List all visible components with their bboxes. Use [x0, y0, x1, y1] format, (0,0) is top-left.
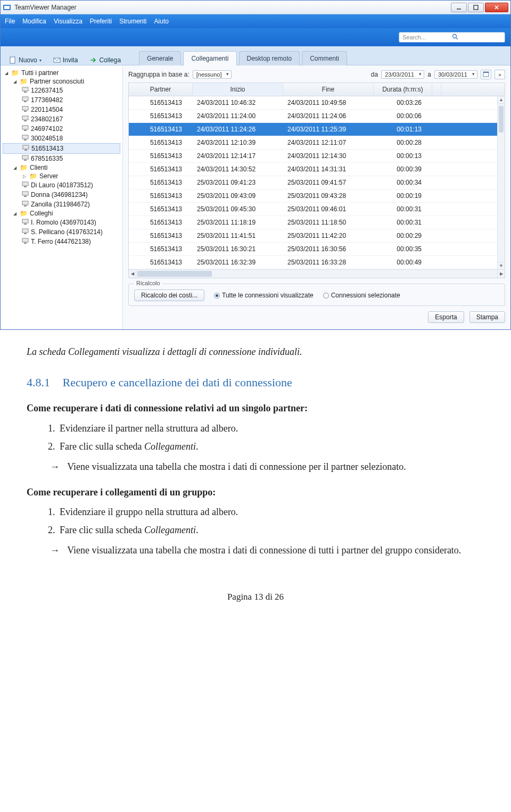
- cell-partner: 516513413: [129, 150, 193, 162]
- tree-group-unknown[interactable]: ◢ 📁 Partner sconosciuti: [3, 77, 120, 86]
- menu-strumenti[interactable]: Strumenti: [119, 18, 146, 25]
- tree-leaf[interactable]: Di Lauro (401873512): [3, 180, 120, 190]
- recalc-costs-button[interactable]: Ricalcolo dei costi...: [134, 289, 204, 301]
- table-row[interactable]: 51651341325/03/2011 16:32:3925/03/2011 1…: [129, 256, 505, 269]
- esporta-button[interactable]: Esporta: [428, 311, 464, 323]
- col-durata[interactable]: Durata (h:m:s): [374, 83, 432, 96]
- tree-leaf[interactable]: 122637415: [3, 86, 120, 95]
- tab-collegamenti[interactable]: Collegamenti: [183, 51, 236, 65]
- cell-inizio: 25/03/2011 09:43:09: [193, 189, 283, 202]
- cell-inizio: 24/03/2011 14:30:52: [193, 163, 283, 176]
- scroll-down-icon[interactable]: ▼: [498, 262, 505, 269]
- tree-leaf[interactable]: S. Pellicano (419763214): [3, 227, 120, 237]
- hscroll-thumb[interactable]: [137, 271, 212, 277]
- col-partner[interactable]: Partner: [129, 83, 193, 96]
- tree-root-all-partners[interactable]: ◢ 📁 Tutti i partner: [3, 69, 120, 77]
- ribbon: Nuovo ▾ Invita Collega Generale Collegam…: [1, 46, 510, 65]
- collapse-icon[interactable]: ◢: [12, 165, 18, 170]
- svg-rect-16: [22, 126, 28, 129]
- stampa-button[interactable]: Stampa: [469, 311, 505, 323]
- table-row[interactable]: 51651341324/03/2011 12:14:1724/03/2011 1…: [129, 150, 505, 163]
- expand-icon[interactable]: ▷: [22, 173, 27, 179]
- tree-leaf[interactable]: 234802167: [3, 114, 120, 124]
- to-date-picker[interactable]: 30/03/2011: [434, 70, 477, 79]
- document-icon: [9, 56, 17, 64]
- horizontal-scrollbar[interactable]: ◀ ▶: [129, 269, 505, 278]
- menu-visualizza[interactable]: Visualizza: [54, 18, 83, 25]
- table-row[interactable]: 51651341324/03/2011 10:46:3224/03/2011 1…: [129, 96, 505, 110]
- menu-modifica[interactable]: Modifica: [22, 18, 46, 25]
- vertical-scrollbar[interactable]: ▲ ▼: [497, 96, 505, 269]
- table-row[interactable]: 51651341324/03/2011 12:10:3924/03/2011 1…: [129, 136, 505, 150]
- scroll-thumb[interactable]: [499, 106, 504, 132]
- collapse-icon[interactable]: ◢: [12, 211, 18, 216]
- scroll-right-icon[interactable]: ▶: [497, 270, 505, 278]
- tree-leaf[interactable]: 516513413: [3, 143, 120, 154]
- tree-leaf[interactable]: 246974102: [3, 124, 120, 134]
- collapse-icon[interactable]: ◢: [4, 70, 9, 76]
- radio-selected-connections[interactable]: Connessioni selezionate: [323, 292, 400, 299]
- from-date-picker[interactable]: 23/03/2011: [381, 70, 424, 79]
- tree-leaf[interactable]: T. Ferro (444762138): [3, 237, 120, 246]
- tree-group-colleghi[interactable]: ◢ 📁 Colleghi: [3, 209, 120, 218]
- close-button[interactable]: [485, 3, 508, 12]
- cell-durata: 00:03:26: [374, 96, 432, 109]
- radio-all-connections[interactable]: Tutte le connessioni visualizzate: [214, 292, 314, 299]
- minimize-button[interactable]: [451, 3, 467, 12]
- tab-desktop-remoto[interactable]: Desktop remoto: [239, 51, 300, 65]
- svg-rect-28: [22, 201, 28, 205]
- tree-leaf[interactable]: 220114504: [3, 105, 120, 114]
- group-by-combo[interactable]: [nessuno]: [193, 70, 232, 79]
- tab-generale[interactable]: Generale: [139, 51, 181, 65]
- app-icon: [3, 3, 11, 12]
- cell-durata: 00:00:31: [374, 203, 432, 216]
- cell-inizio: 25/03/2011 16:32:39: [193, 256, 283, 269]
- menu-aiuto[interactable]: Aiuto: [154, 18, 169, 25]
- svg-rect-19: [24, 139, 27, 140]
- tree-group-clienti[interactable]: ◢ 📁 Clienti: [3, 163, 120, 172]
- calendar-button[interactable]: [481, 70, 491, 79]
- col-fine[interactable]: Fine: [283, 83, 374, 96]
- invita-button[interactable]: Invita: [49, 55, 83, 65]
- table-row[interactable]: 51651341324/03/2011 14:30:5224/03/2011 1…: [129, 163, 505, 176]
- monitor-icon: [22, 134, 29, 143]
- list-item: 1.Evidenziare il partner nella struttura…: [48, 421, 484, 436]
- table-row[interactable]: 51651341324/03/2011 11:24:2624/03/2011 1…: [129, 123, 505, 136]
- monitor-icon: [22, 96, 29, 104]
- table-row[interactable]: 51651341325/03/2011 09:41:2325/03/2011 0…: [129, 176, 505, 189]
- expand-button[interactable]: »: [494, 70, 505, 79]
- svg-rect-13: [24, 111, 27, 112]
- table-row[interactable]: 51651341325/03/2011 11:41:5125/03/2011 1…: [129, 229, 505, 243]
- tree-leaf[interactable]: Donna (346981234): [3, 190, 120, 200]
- list-item: 2.Fare clic sulla scheda Collegamenti.: [48, 523, 484, 538]
- tree-leaf[interactable]: 177369482: [3, 95, 120, 105]
- tab-commenti[interactable]: Commenti: [302, 51, 347, 65]
- monitor-icon: [22, 190, 29, 199]
- tree-leaf[interactable]: 678516335: [3, 154, 120, 163]
- nuovo-button[interactable]: Nuovo ▾: [5, 55, 46, 65]
- table-row[interactable]: 51651341325/03/2011 11:18:1925/03/2011 1…: [129, 216, 505, 229]
- cell-durata: 00:01:13: [374, 123, 432, 136]
- table-row[interactable]: 51651341325/03/2011 09:45:3025/03/2011 0…: [129, 203, 505, 216]
- col-inizio[interactable]: Inizio: [193, 83, 283, 96]
- collapse-icon[interactable]: ◢: [12, 79, 18, 84]
- list-item: 2.Fare clic sulla scheda Collegamenti.: [48, 440, 484, 454]
- svg-rect-9: [24, 92, 27, 93]
- collega-button[interactable]: Collega: [85, 55, 125, 65]
- tree-leaf[interactable]: Zanolla (311984672): [3, 200, 120, 209]
- scroll-up-icon[interactable]: ▲: [498, 96, 505, 104]
- tree-leaf-label: 678516335: [31, 155, 63, 162]
- maximize-button[interactable]: [468, 3, 484, 12]
- cell-partner: 516513413: [129, 216, 193, 229]
- table-row[interactable]: 51651341324/03/2011 11:24:0024/03/2011 1…: [129, 110, 505, 123]
- svg-rect-3: [474, 5, 478, 10]
- tree-leaf[interactable]: 300248518: [3, 134, 120, 143]
- menu-file[interactable]: File: [5, 18, 15, 25]
- scroll-left-icon[interactable]: ◀: [129, 270, 136, 278]
- search-input[interactable]: Search...: [399, 32, 505, 43]
- tree-leaf[interactable]: I. Romolo (436970143): [3, 218, 120, 227]
- table-row[interactable]: 51651341325/03/2011 16:30:2125/03/2011 1…: [129, 243, 505, 256]
- menu-preferiti[interactable]: Preferiti: [90, 18, 112, 25]
- tree-leaf[interactable]: ▷📁Server: [3, 172, 120, 180]
- table-row[interactable]: 51651341325/03/2011 09:43:0925/03/2011 0…: [129, 189, 505, 203]
